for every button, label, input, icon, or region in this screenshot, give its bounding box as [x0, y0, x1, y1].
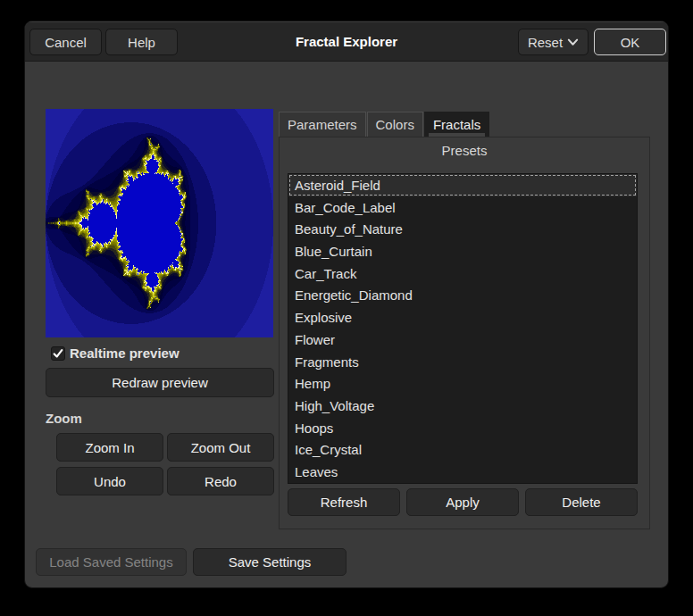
- preset-list-item[interactable]: Leaves: [288, 461, 637, 483]
- preset-list-item[interactable]: Bar_Code_Label: [288, 196, 637, 219]
- preset-list-item[interactable]: Car_Track: [288, 262, 637, 285]
- notebook-tab-bar: ParametersColorsFractals: [279, 112, 490, 137]
- redo-button[interactable]: Redo: [167, 467, 274, 495]
- preset-list-item[interactable]: High_Voltage: [288, 395, 637, 417]
- checkmark-icon: [53, 348, 63, 359]
- fractal-preview[interactable]: [46, 109, 273, 337]
- tab-label: Parameters: [288, 117, 357, 132]
- undo-button[interactable]: Undo: [56, 467, 163, 495]
- tab-label: Colors: [376, 117, 414, 132]
- realtime-preview-checkbox[interactable]: [51, 346, 65, 361]
- cancel-button[interactable]: Cancel: [29, 29, 102, 55]
- tab-fractals[interactable]: Fractals: [424, 112, 489, 137]
- reset-dropdown-button[interactable]: Reset: [518, 29, 589, 55]
- redraw-preview-button[interactable]: Redraw preview: [46, 368, 274, 397]
- screen-background: { "titlebar": { "title": "Fractal Explor…: [0, 0, 693, 616]
- realtime-preview-label: Realtime preview: [70, 345, 180, 361]
- load-saved-settings-button[interactable]: Load Saved Settings: [36, 548, 187, 576]
- fractal-explorer-dialog: Cancel Help Fractal Explorer Reset OK Re…: [24, 21, 669, 588]
- tab-colors[interactable]: Colors: [367, 112, 423, 137]
- preset-list-item[interactable]: Flower: [288, 329, 637, 351]
- preset-list-item[interactable]: Hoops: [288, 417, 637, 439]
- preset-list[interactable]: Asteroid_FieldBar_Code_LabelBeauty_of_Na…: [288, 173, 638, 484]
- titlebar[interactable]: Cancel Help Fractal Explorer Reset OK: [25, 21, 668, 62]
- preset-list-item[interactable]: Ice_Crystal: [288, 439, 637, 462]
- delete-button[interactable]: Delete: [525, 488, 638, 516]
- tab-label: Fractals: [433, 117, 480, 132]
- save-settings-button[interactable]: Save Settings: [193, 548, 346, 576]
- chevron-down-icon: [567, 37, 579, 47]
- fractals-tab-panel: Presets Asteroid_FieldBar_Code_LabelBeau…: [279, 137, 650, 529]
- presets-title: Presets: [280, 143, 649, 158]
- preset-list-item[interactable]: Fragments: [288, 351, 637, 373]
- reset-button-label: Reset: [528, 35, 563, 50]
- preset-list-item[interactable]: Explosive: [288, 306, 637, 329]
- preset-list-item[interactable]: Beauty_of_Nature: [288, 218, 637, 240]
- tab-parameters[interactable]: Parameters: [279, 112, 366, 137]
- apply-button[interactable]: Apply: [406, 488, 519, 516]
- zoom-section-title: Zoom: [46, 411, 82, 426]
- ok-button[interactable]: OK: [594, 29, 666, 55]
- zoom-in-button[interactable]: Zoom In: [56, 433, 163, 462]
- preset-list-item[interactable]: Blue_Curtain: [288, 240, 637, 262]
- refresh-button[interactable]: Refresh: [288, 488, 400, 516]
- preset-list-item[interactable]: Energetic_Diamond: [288, 285, 637, 307]
- zoom-out-button[interactable]: Zoom Out: [167, 433, 274, 462]
- preset-list-item[interactable]: Asteroid_Field: [288, 174, 637, 196]
- preset-actions: Refresh Apply Delete: [288, 488, 638, 516]
- preset-list-item[interactable]: Hemp: [288, 372, 637, 395]
- help-button[interactable]: Help: [105, 29, 178, 55]
